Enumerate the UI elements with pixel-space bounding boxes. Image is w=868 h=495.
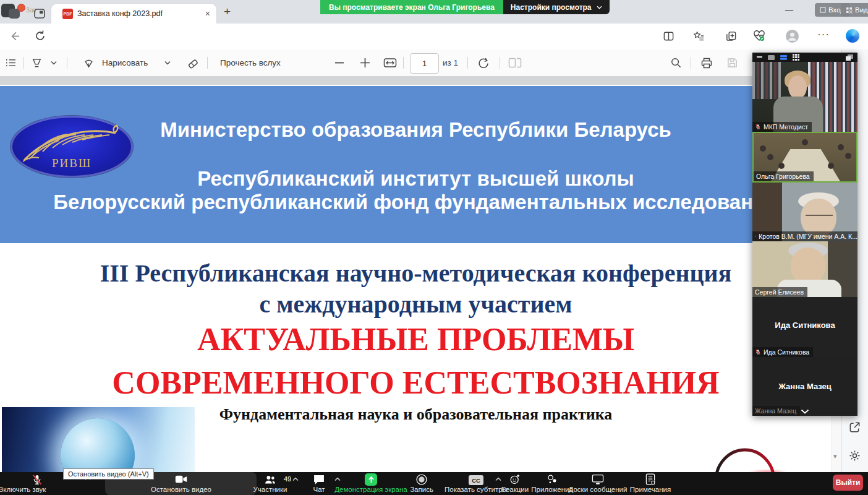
pdf-toolbar: Нарисовать Прочесть вслух 1 из 1 (0, 50, 868, 77)
draw-label[interactable]: Нарисовать (102, 58, 148, 67)
popout-icon[interactable] (846, 54, 853, 61)
slide-title-line2: СОВРЕМЕННОГО ЕСТЕСТВОЗНАНИЯ (112, 364, 719, 401)
rotate-icon[interactable] (477, 57, 490, 69)
apps-label[interactable]: Приложения (531, 486, 572, 493)
participants-count: 49 (284, 475, 291, 483)
view-options-button[interactable]: Настройки просмотра (503, 0, 610, 14)
new-tab-button[interactable]: + (224, 5, 231, 19)
zoom-recording-indicator: Зап (1, 2, 38, 21)
settings-gear-icon[interactable] (848, 449, 861, 462)
pdf-favicon: PDF (62, 9, 73, 19)
participant-name: Жанна Мазец (755, 407, 796, 415)
panel-chevron-down-icon[interactable] (801, 409, 809, 414)
screen-share-icon[interactable] (365, 473, 377, 486)
panel-minimize-icon[interactable] (757, 56, 762, 58)
zoom-view-pill-button[interactable]: Вид (841, 3, 868, 17)
slide-fund-line: Белорусский республиканский фонд фундаме… (53, 191, 778, 214)
captions-icon[interactable]: CC (469, 474, 483, 485)
participant-name: МКП Методист (764, 123, 808, 131)
copilot-icon[interactable] (846, 29, 859, 43)
split-screen-icon[interactable] (663, 30, 674, 42)
chevron-up-icon[interactable] (495, 477, 502, 481)
window-minimize-button[interactable]: — (785, 5, 795, 14)
tab-title: Заставка конф 2023.pdf (77, 9, 163, 18)
page-view-icon[interactable] (508, 57, 522, 69)
participant-name: Сергей Елисеев (755, 288, 804, 296)
search-icon[interactable] (670, 57, 682, 69)
record-label[interactable]: Запись (410, 486, 433, 493)
reactions-icon[interactable] (509, 473, 521, 485)
print-icon[interactable] (700, 57, 713, 69)
page-number-input[interactable]: 1 (410, 53, 439, 74)
video-tile-camera-off[interactable]: Жанна Мазец Жанна Мазец (752, 357, 857, 416)
participants-icon[interactable] (264, 474, 277, 486)
speaker-view-icon[interactable] (768, 55, 775, 60)
mic-muted-icon[interactable] (32, 474, 43, 486)
more-menu-icon[interactable]: ··· (817, 28, 830, 41)
toc-icon[interactable] (5, 57, 17, 69)
video-tile[interactable]: Кротов В.М. (МГУ имени А.А. К... (752, 183, 857, 241)
reactions-label[interactable]: Реакции (501, 486, 529, 493)
video-tile-active-speaker[interactable]: Ольга Григорьева (752, 132, 857, 183)
stop-video-tooltip: Остановить видео (Alt+V) (63, 468, 154, 480)
record-icon[interactable] (415, 473, 428, 486)
participant-name: Кротов В.М. (МГУ имени А.А. К... (759, 233, 857, 240)
recording-dot-icon (17, 4, 25, 12)
scroll-down-arrow[interactable]: ▾ (833, 452, 837, 460)
draw-pen-icon[interactable] (83, 57, 95, 69)
participant-label: Кротов В.М. (МГУ имени А.А. К... (752, 231, 857, 241)
leave-meeting-button[interactable]: Выйти (833, 475, 863, 491)
tab-actions-icon[interactable] (33, 7, 46, 20)
chevron-up-icon[interactable] (292, 477, 299, 481)
chat-icon[interactable] (313, 474, 325, 485)
screen-share-label[interactable]: Демонстрация экрана (334, 486, 407, 493)
profile-avatar[interactable] (785, 29, 799, 43)
chevron-down-icon (597, 6, 602, 9)
participant-label: Сергей Елисеев (752, 287, 807, 297)
refresh-icon[interactable] (34, 30, 46, 42)
chevron-down-icon[interactable] (164, 61, 171, 65)
chevron-up-icon[interactable] (334, 477, 341, 481)
favorites-hub-icon[interactable] (693, 30, 705, 42)
pdf-page: РИВШ Министерство образования Республики… (0, 85, 832, 472)
zoom-in-icon[interactable] (360, 58, 370, 67)
apps-icon[interactable] (547, 473, 558, 485)
video-tile[interactable]: Сергей Елисеев (752, 241, 857, 297)
read-aloud-label[interactable]: Прочесть вслух (220, 58, 281, 67)
browser-essentials-icon[interactable] (752, 29, 766, 43)
highlighter-icon[interactable] (31, 57, 43, 69)
participant-name: Ида Ситникова (764, 348, 809, 356)
slide-conference-line2: с международным участием (260, 290, 572, 319)
divider (403, 57, 404, 69)
gallery-view-icon[interactable] (793, 54, 799, 61)
fit-width-icon[interactable] (383, 57, 397, 69)
video-tile-camera-off[interactable]: Ида Ситникова Ида Ситникова (752, 297, 857, 357)
view-pill-label: Вид (855, 6, 868, 14)
chat-label[interactable]: Чат (313, 486, 325, 493)
collections-icon[interactable] (725, 30, 737, 42)
whiteboards-icon[interactable] (592, 474, 605, 485)
video-tile[interactable]: МКП Методист (752, 62, 857, 132)
participant-label: Ида Ситникова (752, 347, 813, 357)
browser-tab[interactable]: PDF Заставка конф 2023.pdf × (51, 4, 216, 24)
tab-close-icon[interactable]: × (205, 8, 210, 19)
slide-ministry-line: Министерство образования Республики Бела… (160, 118, 671, 142)
strip-view-icon[interactable] (780, 55, 787, 60)
participant-label: Жанна Мазец (752, 406, 800, 416)
camera-icon (175, 474, 187, 484)
video-panel-header (752, 53, 857, 62)
notes-label[interactable]: Примечания (630, 486, 671, 493)
back-icon[interactable] (9, 30, 20, 42)
eraser-icon[interactable] (187, 57, 199, 69)
notes-icon[interactable] (645, 473, 656, 485)
open-external-icon[interactable] (848, 421, 861, 434)
chevron-down-icon[interactable] (51, 61, 57, 65)
whiteboards-label[interactable]: Доски сообщений (569, 486, 628, 493)
participants-label[interactable]: Участники (253, 486, 287, 493)
participant-display-name: Ида Ситникова (752, 321, 857, 330)
slide-conference-line1: III Республиканская научно-методическая … (100, 259, 732, 288)
slide-institute-line: Республиканский институт высшей школы (197, 167, 634, 191)
zoom-out-icon[interactable] (335, 62, 344, 64)
save-icon[interactable] (726, 57, 738, 69)
captions-label[interactable]: Показать субтитры (445, 486, 508, 493)
